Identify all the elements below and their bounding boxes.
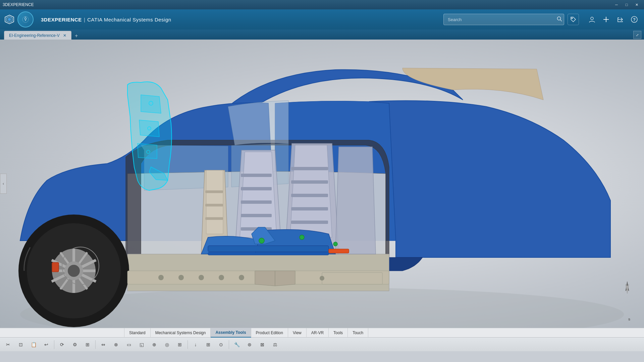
share-icon-button[interactable]	[614, 14, 626, 25]
svg-text:⊕: ⊕	[152, 342, 156, 347]
compass-indicator	[626, 282, 629, 294]
svg-rect-26	[208, 246, 329, 252]
svg-rect-31	[208, 252, 329, 255]
help-icon-button[interactable]: ?	[629, 14, 640, 25]
search-icon[interactable]	[557, 16, 562, 23]
tab-label: EI-Engineering-Reference-V	[9, 33, 60, 38]
user-icon-button[interactable]	[586, 14, 598, 25]
toolbar-btn-node[interactable]: ◎	[161, 339, 173, 350]
tab-bar: EI-Engineering-Reference-V ✕ + ⤢	[0, 29, 644, 40]
toolbar-btn-copy[interactable]: ⊡	[15, 339, 27, 350]
svg-rect-18	[241, 200, 272, 204]
toolbar-separator	[54, 340, 54, 349]
tab-close-button[interactable]: ✕	[63, 33, 66, 38]
svg-point-50	[178, 275, 184, 280]
toolbar-btn-measure[interactable]: ⊠	[256, 339, 268, 350]
svg-point-28	[300, 235, 304, 240]
bottom-tab-product-edition[interactable]: Product Edition	[251, 328, 288, 338]
expand-button[interactable]: ⤢	[633, 31, 641, 39]
svg-text:◎: ◎	[165, 342, 169, 347]
svg-text:⟳: ⟳	[60, 342, 64, 347]
toolbar-btn-paste[interactable]: 📋	[28, 339, 40, 350]
tab-engineering-reference[interactable]: EI-Engineering-Reference-V ✕	[4, 31, 71, 40]
left-nav-arrow[interactable]: ‹	[0, 174, 7, 194]
tab-add-button[interactable]: +	[73, 32, 80, 40]
svg-text:⊠: ⊠	[260, 342, 264, 347]
toolbar-btn-more1[interactable]: ⊞	[174, 339, 186, 350]
toolbar-btn-scissors[interactable]: ✂	[2, 339, 14, 350]
svg-point-0	[8, 18, 11, 21]
toolbar-btn-settings[interactable]: ⚙	[69, 339, 81, 350]
toolbar-separator	[187, 340, 188, 349]
title-bar: 3DEXPERIENCE ─ □ ✕	[0, 0, 644, 9]
title-bar-controls: ─ □ ✕	[612, 1, 641, 8]
bottom-tab-assembly-tools[interactable]: Assembly Tools	[211, 328, 251, 338]
svg-rect-30	[329, 249, 349, 253]
bottom-tab-touch[interactable]: Touch	[348, 328, 368, 338]
toolbar-btn-rectangle[interactable]: ▭	[123, 339, 135, 350]
svg-point-6	[572, 18, 572, 18]
toolbar-btn-undo[interactable]: ↩	[40, 339, 52, 350]
toolbar-btn-plane[interactable]: ◱	[136, 339, 148, 350]
svg-rect-19	[241, 214, 272, 217]
bottom-toolbar-tabs: StandardMechanical Systems DesignAssembl…	[0, 328, 644, 337]
compass: S	[623, 304, 636, 321]
svg-text:▭: ▭	[127, 342, 131, 347]
svg-point-7	[591, 17, 593, 20]
svg-rect-25	[291, 221, 328, 224]
search-input[interactable]	[443, 14, 564, 25]
maximize-button[interactable]: □	[622, 1, 631, 8]
svg-point-27	[259, 238, 264, 243]
toolbar-btn-symmetry[interactable]: ⊗	[110, 339, 122, 350]
toolbar-btn-scale[interactable]: ⚖	[269, 339, 281, 350]
bottom-tab-tools[interactable]: Tools	[329, 328, 348, 338]
toolbar-separator	[229, 340, 229, 349]
floor-structure	[127, 271, 389, 286]
svg-text:✂: ✂	[6, 342, 10, 347]
logo-area: V R	[4, 11, 38, 27]
toolbar-btn-group[interactable]: ⊞	[82, 339, 94, 350]
svg-text:⊗: ⊗	[114, 342, 118, 347]
header: V R 3DEXPERIENCE|CATIA Mechanical System…	[0, 9, 644, 29]
close-button[interactable]: ✕	[632, 1, 641, 8]
svg-text:?: ?	[633, 17, 636, 22]
minimize-button[interactable]: ─	[612, 1, 621, 8]
front-wheel	[18, 215, 129, 327]
car-model-viewport[interactable]	[0, 40, 644, 328]
svg-rect-22	[291, 180, 328, 184]
svg-text:⚙: ⚙	[73, 342, 77, 347]
search-bar	[443, 14, 564, 25]
bottom-tab-standard[interactable]: Standard	[124, 328, 151, 338]
viewport[interactable]: ‹	[0, 40, 644, 328]
bottom-tab-mechanical-systems-design[interactable]: Mechanical Systems Design	[151, 328, 211, 338]
toolbar-btn-mirror[interactable]: ⇔	[97, 339, 109, 350]
toolbar-btn-cylinder[interactable]: ⊙	[215, 339, 227, 350]
bottom-tab-ar-vr[interactable]: AR-VR	[307, 328, 329, 338]
tag-icon-button[interactable]	[568, 14, 579, 25]
svg-text:⇔: ⇔	[101, 342, 105, 347]
add-icon-button[interactable]	[600, 14, 612, 25]
bottom-tab-view[interactable]: View	[288, 328, 307, 338]
toolbar-btn-wrench[interactable]: 🔧	[231, 339, 243, 350]
toolbar-btn-analyze[interactable]: ⊛	[244, 339, 256, 350]
svg-text:↩: ↩	[44, 342, 48, 347]
svg-rect-17	[241, 187, 272, 190]
svg-rect-24	[291, 207, 328, 210]
bottom-toolbar: ✂⊡📋↩⟳⚙⊞⇔⊗▭◱⊕◎⊞↓⊞⊙🔧⊛⊠⚖	[0, 337, 644, 351]
svg-text:R: R	[24, 16, 26, 19]
toolbar-btn-insert[interactable]: ⊞	[202, 339, 214, 350]
toolbar-btn-connections[interactable]: ⊕	[148, 339, 160, 350]
play-button[interactable]: V R	[17, 11, 34, 27]
svg-rect-15	[205, 217, 223, 220]
svg-point-29	[333, 242, 337, 246]
svg-point-45	[68, 265, 80, 277]
svg-text:⊛: ⊛	[248, 342, 252, 347]
svg-text:↓: ↓	[195, 342, 197, 347]
svg-text:⚖: ⚖	[273, 342, 277, 347]
toolbar-btn-arrow-down[interactable]: ↓	[190, 339, 202, 350]
svg-text:📋: 📋	[31, 342, 37, 348]
header-right: ?	[586, 14, 640, 25]
svg-point-52	[219, 275, 224, 280]
toolbar-btn-rotate[interactable]: ⟳	[56, 339, 68, 350]
svg-text:⊞: ⊞	[86, 342, 90, 347]
